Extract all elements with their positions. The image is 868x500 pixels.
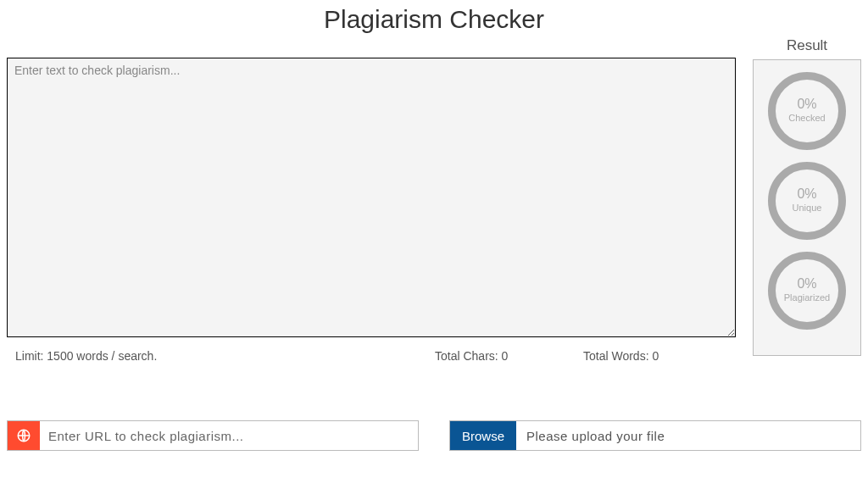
gauge-checked-pct: 0% bbox=[797, 97, 816, 111]
plagiarism-text-input[interactable] bbox=[7, 58, 736, 337]
total-chars-label: Total Chars: 0 bbox=[435, 349, 583, 363]
upload-hint: Please upload your file bbox=[516, 421, 860, 450]
globe-icon bbox=[8, 421, 40, 450]
stats-row: Limit: 1500 words / search. Total Chars:… bbox=[7, 349, 736, 363]
word-limit-label: Limit: 1500 words / search. bbox=[15, 349, 435, 363]
gauge-plagiarized-pct: 0% bbox=[797, 277, 816, 291]
browse-button[interactable]: Browse bbox=[450, 421, 516, 450]
file-upload-group: Browse Please upload your file bbox=[449, 420, 861, 451]
page-title: Plagiarism Checker bbox=[0, 5, 868, 34]
gauge-plagiarized: 0% Plagiarized bbox=[768, 252, 846, 330]
result-panel: 0% Checked 0% Unique 0% Plagiarized bbox=[753, 59, 861, 356]
result-column: Result 0% Checked 0% Unique 0% Plagiariz… bbox=[753, 37, 861, 363]
gauge-plagiarized-label: Plagiarized bbox=[784, 292, 830, 303]
url-input[interactable] bbox=[40, 421, 418, 450]
main-area: Limit: 1500 words / search. Total Chars:… bbox=[0, 58, 868, 363]
gauge-checked: 0% Checked bbox=[768, 72, 846, 150]
gauge-unique: 0% Unique bbox=[768, 162, 846, 240]
gauge-checked-label: Checked bbox=[788, 113, 825, 124]
gauge-unique-pct: 0% bbox=[797, 187, 816, 201]
bottom-inputs-row: Browse Please upload your file bbox=[0, 420, 868, 451]
gauge-unique-label: Unique bbox=[793, 203, 822, 214]
total-words-label: Total Words: 0 bbox=[583, 349, 736, 363]
result-heading: Result bbox=[753, 37, 861, 54]
editor-column: Limit: 1500 words / search. Total Chars:… bbox=[7, 58, 736, 363]
url-input-group bbox=[7, 420, 419, 451]
